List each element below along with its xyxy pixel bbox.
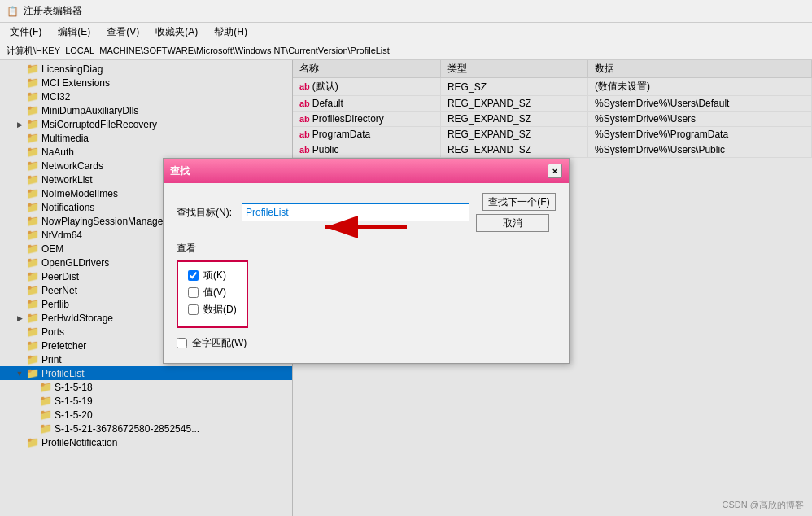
watermark: CSDN @高欣的博客 [723,499,804,511]
checkbox-data-label[interactable]: 数据(D) [203,303,237,317]
menu-item-H[interactable]: 帮助(H) [211,24,251,41]
menu-item-A[interactable]: 收藏夹(A) [152,24,201,41]
look-checkboxes-box: 项(K) 值(V) 数据(D) [177,260,248,328]
menu-bar: 文件(F)编辑(E)查看(V)收藏夹(A)帮助(H) [0,23,812,42]
app-title: 注册表编辑器 [24,4,82,18]
cancel-button[interactable]: 取消 [476,214,549,232]
find-dialog: 查找 × 查找目标(N): 查找下一个(F) 取消 查看 项(K) [163,158,570,364]
menu-item-V[interactable]: 查看(V) [103,24,142,41]
find-next-button[interactable]: 查找下一个(F) [482,193,556,211]
checkbox-data[interactable] [188,304,199,315]
app-icon: 📋 [7,6,19,17]
menu-item-F[interactable]: 文件(F) [7,24,45,41]
fullmatch-label[interactable]: 全字匹配(W) [192,336,247,350]
checkbox-items[interactable] [188,270,199,281]
checkbox-items-row: 项(K) [188,269,237,282]
checkbox-data-row: 数据(D) [188,303,237,317]
look-section: 查看 项(K) 值(V) 数据(D) [177,242,556,328]
checkbox-values-row: 值(V) [188,286,237,300]
dialog-title-bar: 查找 × [164,159,569,183]
dialog-close-button[interactable]: × [548,164,562,178]
checkbox-items-label[interactable]: 项(K) [203,269,226,282]
checkbox-values-label[interactable]: 值(V) [203,286,226,300]
dialog-title: 查找 [170,164,190,178]
dialog-action-buttons: 查找下一个(F) 取消 [476,193,556,232]
menu-item-E[interactable]: 编辑(E) [55,24,94,41]
address-bar: 计算机\HKEY_LOCAL_MACHINE\SOFTWARE\Microsof… [0,42,812,60]
fullmatch-row: 全字匹配(W) [177,336,556,350]
checkbox-values[interactable] [188,287,199,298]
main-area: 📁LicensingDiag📁MCI Extensions📁MCI32📁Mini… [0,60,812,516]
fullmatch-checkbox[interactable] [177,338,187,348]
find-target-label: 查找目标(N): [177,206,242,220]
arrow-indicator [317,211,415,249]
title-bar: 📋 注册表编辑器 [0,0,812,23]
address-path: 计算机\HKEY_LOCAL_MACHINE\SOFTWARE\Microsof… [7,45,390,57]
